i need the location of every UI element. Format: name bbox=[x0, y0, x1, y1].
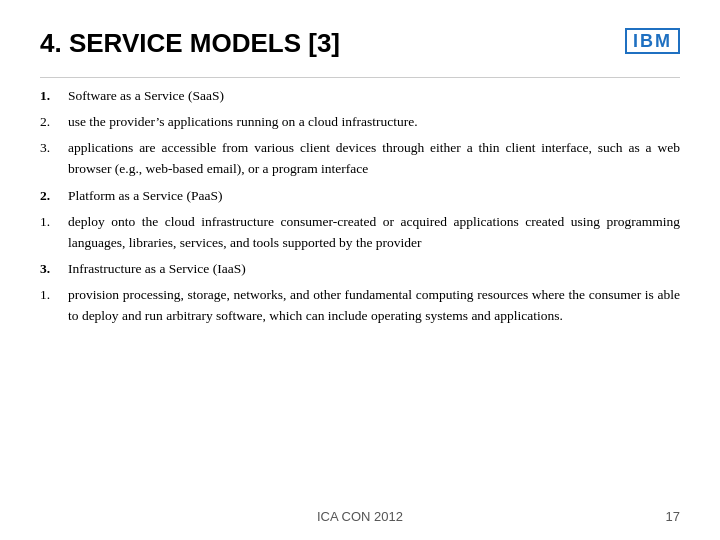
item-text-2: use the provider’s applications running … bbox=[68, 112, 680, 133]
item-num-1: 1. bbox=[40, 86, 68, 107]
slide-content: 1. Software as a Service (SaaS) 2. use t… bbox=[40, 86, 680, 327]
item-num-6: 3. bbox=[40, 259, 68, 280]
item-text-6: Infrastructure as a Service (IaaS) bbox=[68, 259, 680, 280]
ibm-logo: IBM bbox=[625, 28, 680, 54]
item-num-3: 3. bbox=[40, 138, 68, 159]
slide-header: 4. SERVICE MODELS [3] IBM bbox=[40, 28, 680, 59]
item-num-2: 2. bbox=[40, 112, 68, 133]
slide-title: 4. SERVICE MODELS [3] bbox=[40, 28, 340, 59]
list-item-2: 2. use the provider’s applications runni… bbox=[40, 112, 680, 133]
list-item-6: 3. Infrastructure as a Service (IaaS) bbox=[40, 259, 680, 280]
footer-center: ICA CON 2012 bbox=[317, 509, 403, 524]
list-item-1: 1. Software as a Service (SaaS) bbox=[40, 86, 680, 107]
item-num-7: 1. bbox=[40, 285, 68, 306]
item-num-5: 1. bbox=[40, 212, 68, 233]
list-item-3: 3. applications are accessible from vari… bbox=[40, 138, 680, 180]
list-item-7: 1. provision processing, storage, networ… bbox=[40, 285, 680, 327]
item-num-4: 2. bbox=[40, 186, 68, 207]
list-item-4: 2. Platform as a Service (PaaS) bbox=[40, 186, 680, 207]
item-text-1: Software as a Service (SaaS) bbox=[68, 86, 680, 107]
item-text-4: Platform as a Service (PaaS) bbox=[68, 186, 680, 207]
list-item-5: 1. deploy onto the cloud infrastructure … bbox=[40, 212, 680, 254]
item-text-3: applications are accessible from various… bbox=[68, 138, 680, 180]
slide-footer: ICA CON 2012 17 bbox=[0, 509, 720, 524]
slide: 4. SERVICE MODELS [3] IBM 1. Software as… bbox=[0, 0, 720, 540]
item-text-7: provision processing, storage, networks,… bbox=[68, 285, 680, 327]
footer-page: 17 bbox=[666, 509, 680, 524]
header-divider bbox=[40, 77, 680, 78]
item-text-5: deploy onto the cloud infrastructure con… bbox=[68, 212, 680, 254]
